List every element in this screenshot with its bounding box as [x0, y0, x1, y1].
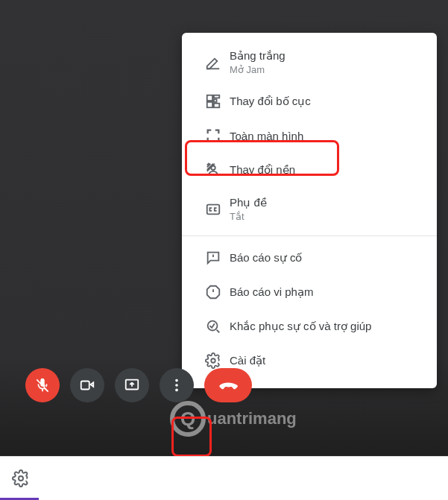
more-options-button[interactable]: [160, 368, 194, 402]
menu-item-label: Báo cáo vi phạm: [230, 285, 422, 299]
svg-rect-6: [207, 204, 220, 214]
svg-rect-2: [214, 99, 217, 102]
menu-item-label: Toàn màn hình: [230, 130, 422, 142]
report-icon: [197, 284, 230, 300]
layout-icon: [197, 93, 230, 110]
menu-item-label: Thay đổi bố cục: [230, 95, 422, 108]
hangup-button[interactable]: [204, 368, 252, 402]
menu-item-label: Báo cáo sự cố: [230, 251, 422, 265]
menu-item-whiteboard[interactable]: Bảng trắng Mở Jam: [182, 40, 437, 84]
menu-item-sublabel: Mở Jam: [230, 64, 422, 75]
svg-rect-0: [207, 95, 212, 101]
menu-item-report-problem[interactable]: Báo cáo sự cố: [182, 241, 437, 275]
camera-button[interactable]: [70, 368, 104, 402]
svg-rect-1: [214, 95, 219, 98]
menu-item-fullscreen[interactable]: Toàn màn hình: [182, 118, 437, 153]
menu-item-label: Phụ đề: [230, 196, 422, 209]
svg-point-13: [175, 389, 178, 392]
menu-item-label: Thay đổi nền: [230, 163, 422, 177]
svg-rect-9: [81, 382, 89, 390]
page-footer: [0, 456, 448, 500]
captions-icon: [197, 201, 230, 218]
present-button[interactable]: [115, 368, 149, 402]
svg-rect-4: [214, 104, 219, 108]
menu-item-label: Khắc phục sự cố và trợ giúp: [230, 320, 422, 333]
menu-item-report-abuse[interactable]: Báo cáo vi phạm: [182, 275, 437, 309]
svg-point-14: [19, 476, 23, 481]
menu-item-sublabel: Tắt: [230, 211, 422, 222]
background-icon: [197, 162, 230, 178]
troubleshoot-icon: [197, 318, 230, 335]
settings-icon[interactable]: [12, 469, 30, 487]
menu-separator: [182, 235, 437, 236]
svg-point-12: [175, 384, 178, 387]
menu-item-captions[interactable]: Phụ đề Tắt: [182, 187, 437, 231]
fullscreen-icon: [197, 127, 230, 144]
menu-item-label: Bảng trắng: [230, 49, 422, 63]
call-controls: [0, 358, 448, 412]
more-options-menu: Bảng trắng Mở Jam Thay đổi bố cục Toàn m…: [182, 33, 437, 388]
menu-item-change-background[interactable]: Thay đổi nền: [182, 153, 437, 187]
video-area: Bảng trắng Mở Jam Thay đổi bố cục Toàn m…: [0, 0, 448, 456]
svg-rect-3: [207, 102, 212, 107]
edit-icon: [197, 54, 230, 71]
menu-item-change-layout[interactable]: Thay đổi bố cục: [182, 84, 437, 118]
svg-point-11: [175, 379, 178, 382]
menu-item-troubleshoot[interactable]: Khắc phục sự cố và trợ giúp: [182, 309, 437, 344]
feedback-icon: [197, 250, 230, 266]
mic-off-button[interactable]: [25, 368, 60, 402]
